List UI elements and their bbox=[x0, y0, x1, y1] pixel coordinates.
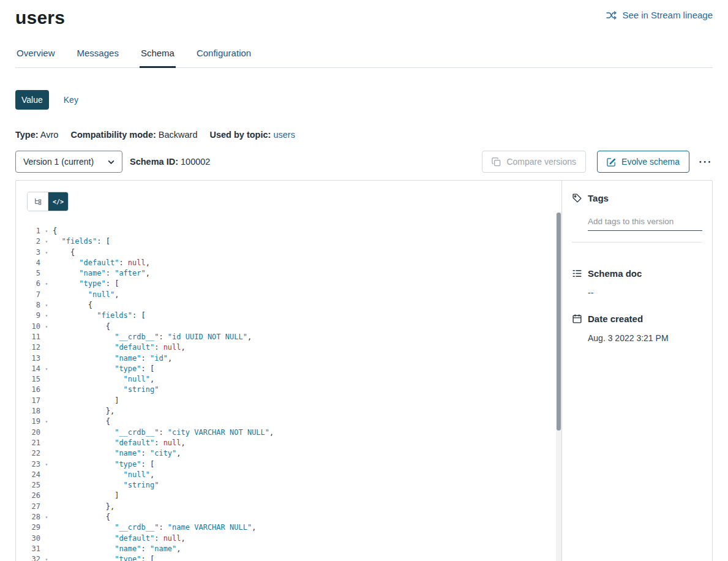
add-tags-input[interactable] bbox=[588, 217, 702, 231]
collapse-caret-icon[interactable]: ▾ bbox=[40, 554, 53, 561]
code-line: 6▾ "type": [ bbox=[16, 279, 561, 289]
code-line: 4▾ "default": null, bbox=[16, 258, 561, 268]
line-number: 21 bbox=[16, 438, 40, 448]
edit-icon bbox=[607, 157, 616, 167]
tab-messages[interactable]: Messages bbox=[76, 48, 120, 67]
value-toggle[interactable]: Value bbox=[15, 90, 49, 110]
version-select[interactable]: Version 1 (current) bbox=[15, 151, 122, 173]
stream-lineage-link[interactable]: See in Stream lineage bbox=[606, 10, 713, 20]
code-line: 18▾ }, bbox=[16, 406, 561, 416]
collapse-caret-icon[interactable]: ▾ bbox=[40, 416, 53, 427]
code-text: { bbox=[53, 322, 110, 332]
collapse-caret-icon[interactable]: ▾ bbox=[40, 236, 53, 247]
code-line: 2▾ "fields": [ bbox=[16, 236, 561, 247]
tab-schema[interactable]: Schema bbox=[140, 48, 176, 67]
line-number: 1 bbox=[16, 226, 40, 236]
tree-view-icon bbox=[33, 197, 42, 206]
line-number: 22 bbox=[16, 448, 40, 459]
code-text: "type": [ bbox=[53, 279, 119, 289]
code-line: 24▾ "null", bbox=[16, 470, 561, 480]
line-number: 19 bbox=[16, 416, 40, 427]
topic-label: Used by topic: bbox=[209, 130, 271, 140]
collapse-caret-icon[interactable]: ▾ bbox=[40, 512, 53, 522]
code-line: 25▾ "string" bbox=[16, 480, 561, 491]
collapse-caret-icon[interactable]: ▾ bbox=[40, 459, 53, 470]
tag-icon bbox=[572, 193, 582, 203]
code-line: 10▾ { bbox=[16, 322, 561, 332]
topic-link[interactable]: users bbox=[273, 130, 295, 140]
schema-panel: </> 1▾{2▾ "fields": [3▾ {4▾ "default": n… bbox=[15, 180, 713, 561]
code-line: 12▾ "default": null, bbox=[16, 342, 561, 353]
line-number: 17 bbox=[16, 396, 40, 406]
schema-doc-header: Schema doc bbox=[572, 268, 702, 279]
stream-lineage-icon bbox=[606, 11, 617, 20]
code-line: 28▾ { bbox=[16, 512, 561, 522]
code-line: 20▾ "__crdb__": "city VARCHAR NOT NULL", bbox=[16, 427, 561, 438]
line-number: 28 bbox=[16, 512, 40, 522]
collapse-caret-icon[interactable]: ▾ bbox=[40, 364, 53, 374]
code-line: 30▾ "default": null, bbox=[16, 533, 561, 544]
compat-value: Backward bbox=[159, 130, 198, 140]
schema-editor: </> 1▾{2▾ "fields": [3▾ {4▾ "default": n… bbox=[16, 181, 562, 561]
collapse-caret-icon[interactable]: ▾ bbox=[40, 311, 53, 321]
tabs: OverviewMessagesSchemaConfiguration bbox=[15, 48, 713, 68]
compare-versions-button[interactable]: Compare versions bbox=[482, 151, 586, 173]
code-text: "default": null, bbox=[53, 258, 150, 268]
code-text: "__crdb__": "city VARCHAR NOT NULL", bbox=[53, 427, 274, 438]
code-text: "default": null, bbox=[53, 438, 186, 448]
code-text: { bbox=[53, 226, 57, 236]
more-options-button[interactable]: ⋯ bbox=[697, 155, 713, 168]
type-value: Avro bbox=[40, 130, 59, 140]
line-number: 12 bbox=[16, 342, 40, 353]
tags-section: Tags bbox=[572, 193, 702, 243]
compat-mode: Compatibility mode: Backward bbox=[70, 130, 197, 140]
code-text: "default": null, bbox=[53, 533, 186, 544]
copy-icon bbox=[492, 157, 501, 167]
key-toggle[interactable]: Key bbox=[58, 90, 84, 110]
calendar-icon bbox=[572, 314, 582, 324]
collapse-caret-icon[interactable]: ▾ bbox=[40, 279, 53, 289]
editor-view-toggle: </> bbox=[27, 192, 69, 211]
schema-id-label: Schema ID: bbox=[130, 157, 178, 167]
compat-label: Compatibility mode: bbox=[70, 130, 156, 140]
line-number: 13 bbox=[16, 353, 40, 364]
tree-view-toggle[interactable] bbox=[28, 192, 48, 211]
collapse-caret-icon[interactable]: ▾ bbox=[40, 322, 53, 332]
code-text: "string" bbox=[53, 385, 159, 395]
compare-versions-label: Compare versions bbox=[506, 157, 576, 167]
chevron-down-icon bbox=[108, 160, 114, 164]
collapse-caret-icon[interactable]: ▾ bbox=[40, 226, 53, 236]
collapse-caret-icon[interactable]: ▾ bbox=[40, 247, 53, 258]
evolve-schema-label: Evolve schema bbox=[621, 157, 680, 167]
code-line: 14▾ "type": [ bbox=[16, 364, 561, 374]
list-icon bbox=[572, 268, 582, 279]
line-number: 5 bbox=[16, 268, 40, 279]
evolve-schema-button[interactable]: Evolve schema bbox=[597, 151, 689, 173]
code-line: 27▾ }, bbox=[16, 502, 561, 512]
tab-configuration[interactable]: Configuration bbox=[195, 48, 252, 67]
code-view-toggle[interactable]: </> bbox=[48, 192, 68, 211]
code-line: 29▾ "__crdb__": "name VARCHAR NULL", bbox=[16, 522, 561, 533]
code-line: 1▾{ bbox=[16, 226, 561, 236]
tab-overview[interactable]: Overview bbox=[15, 48, 56, 67]
code-line: 9▾ "fields": [ bbox=[16, 311, 561, 321]
editor-scrollbar[interactable] bbox=[556, 213, 561, 561]
code-text: "type": [ bbox=[53, 364, 154, 374]
code-line: 7▾ "null", bbox=[16, 290, 561, 300]
line-number: 25 bbox=[16, 480, 40, 491]
code-line: 23▾ "type": [ bbox=[16, 459, 561, 470]
value-key-toggle: Value Key bbox=[15, 90, 713, 110]
code-view-icon: </> bbox=[53, 198, 64, 205]
code-line: 32▾ "type": [ bbox=[16, 554, 561, 561]
code-text: { bbox=[53, 512, 110, 522]
line-number: 16 bbox=[16, 385, 40, 395]
code-text: "name": "id", bbox=[53, 353, 172, 364]
code-text: "name": "city", bbox=[53, 448, 181, 459]
editor-scrollbar-thumb[interactable] bbox=[557, 213, 561, 431]
line-number: 24 bbox=[16, 470, 40, 480]
collapse-caret-icon[interactable]: ▾ bbox=[40, 300, 53, 311]
date-created-header: Date created bbox=[572, 314, 702, 324]
line-number: 3 bbox=[16, 247, 40, 258]
line-number: 27 bbox=[16, 502, 40, 512]
code-text: "null", bbox=[53, 290, 119, 300]
